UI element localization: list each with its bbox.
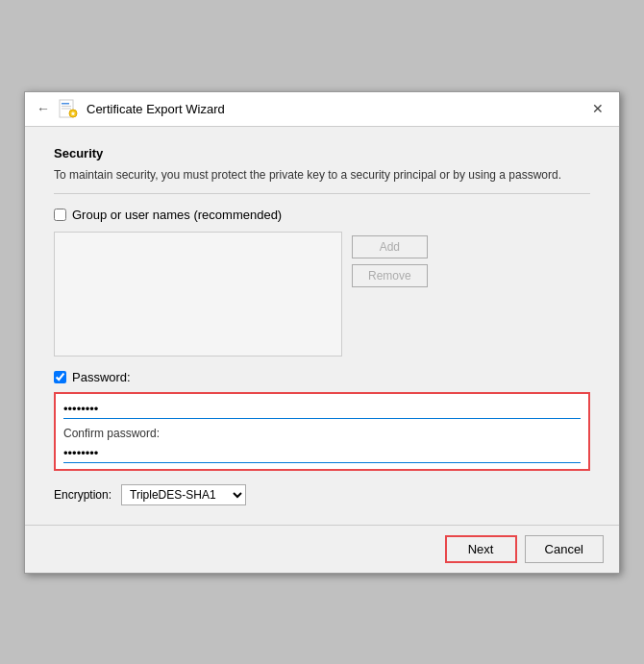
encryption-row: Encryption: TripleDES-SHA1 AES256-SHA256 [54,484,590,505]
dialog-footer: Next Cancel [25,525,619,573]
confirm-password-input[interactable] [63,444,581,463]
svg-rect-1 [62,103,69,105]
group-buttons: Add Remove [352,232,428,357]
cancel-button[interactable]: Cancel [525,535,604,563]
security-description: To maintain security, you must protect t… [54,166,590,184]
password-checkbox[interactable] [54,371,66,383]
title-bar: ← Certificate Export Wizard ✕ [25,92,619,127]
group-users-label: Group or user names (recommended) [72,208,282,222]
password-label: Password: [72,370,131,384]
group-listbox [54,232,342,357]
confirm-password-label: Confirm password: [63,427,581,440]
encryption-label: Encryption: [54,488,111,502]
svg-rect-2 [62,106,71,107]
group-users-checkbox-row: Group or user names (recommended) [54,208,590,222]
next-button[interactable]: Next [445,535,517,563]
back-button[interactable]: ← [37,101,50,116]
close-button[interactable]: ✕ [588,99,607,118]
certificate-export-wizard-dialog: ← Certificate Export Wizard ✕ Security T… [24,91,620,574]
dialog-title: Certificate Export Wizard [87,102,225,116]
add-button[interactable]: Add [352,235,428,258]
security-title: Security [54,146,590,160]
remove-button[interactable]: Remove [352,264,428,287]
password-block: Confirm password: [54,392,590,471]
group-box-area: Add Remove [54,232,590,357]
password-input[interactable] [63,400,581,419]
password-checkbox-row: Password: [54,370,590,384]
title-bar-left: ← Certificate Export Wizard [37,98,225,119]
section-divider [54,193,590,194]
password-section: Password: Confirm password: [54,370,590,471]
security-section: Security To maintain security, you must … [54,146,590,184]
dialog-body: Security To maintain security, you must … [25,127,619,525]
svg-rect-3 [62,109,71,110]
wizard-icon [58,98,79,119]
group-users-checkbox[interactable] [54,209,66,221]
encryption-select[interactable]: TripleDES-SHA1 AES256-SHA256 [121,484,246,505]
